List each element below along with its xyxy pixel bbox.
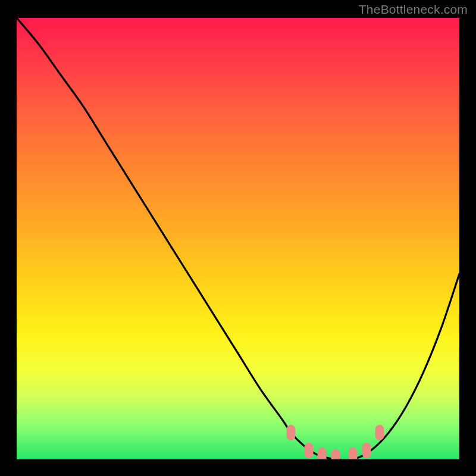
chart-plot-area	[17, 18, 459, 459]
chart-marker	[375, 425, 384, 440]
chart-marker	[362, 443, 371, 458]
chart-marker	[331, 449, 340, 459]
chart-marker	[305, 443, 314, 458]
attribution-text: TheBottleneck.com	[359, 2, 468, 17]
chart-marker	[287, 425, 296, 440]
chart-markers-layer	[17, 18, 459, 459]
chart-marker	[349, 447, 358, 459]
chart-marker	[318, 447, 327, 459]
